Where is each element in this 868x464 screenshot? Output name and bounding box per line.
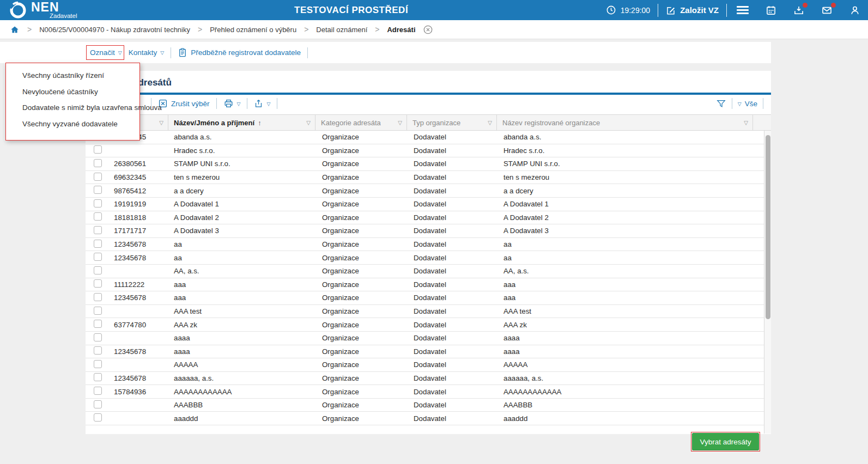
inbox-download-icon[interactable] — [793, 5, 804, 16]
table-row[interactable]: 12345678 aa Organizace Dodavatel aa — [86, 238, 764, 252]
cell-name: a a dcery — [168, 187, 315, 195]
column-filter-icon[interactable]: ▽ — [159, 120, 163, 126]
cell-category: Organizace — [315, 267, 407, 275]
header-name-column[interactable]: Název/Jméno a příjmení↑ ▽ — [168, 115, 315, 130]
table-row[interactable]: 26380561 STAMP UNI s.r.o. Organizace Dod… — [86, 157, 764, 171]
cell-category: Organizace — [315, 361, 407, 369]
column-filter-icon[interactable]: ▽ — [306, 120, 311, 126]
table-row[interactable]: 12345678 aa Organizace Dodavatel aa — [86, 251, 764, 265]
menu-item[interactable]: Všechny vyzvané dodavatele — [6, 116, 139, 132]
cell-category: Organizace — [315, 307, 407, 315]
filter-funnel-icon[interactable] — [716, 99, 726, 109]
row-checkbox[interactable] — [94, 307, 102, 315]
export-button[interactable]: ▽ — [254, 99, 270, 108]
contacts-menu-button[interactable]: Kontakty ▽ — [129, 48, 164, 57]
row-checkbox[interactable] — [94, 400, 102, 408]
header-orgtype-column[interactable]: Typ organizace ▽ — [407, 115, 497, 130]
row-checkbox[interactable] — [94, 253, 102, 261]
calendar-icon[interactable] — [766, 5, 776, 16]
cell-name: aaaa — [168, 347, 315, 356]
table-row[interactable]: 63774780 AAA zk Organizace Dodavatel AAA… — [86, 318, 764, 332]
table-row[interactable]: AAA test Organizace Dodavatel AAA test — [86, 305, 764, 319]
vertical-scrollbar[interactable] — [764, 131, 771, 434]
row-checkbox[interactable] — [94, 266, 102, 274]
column-filter-icon[interactable]: ▽ — [744, 120, 748, 126]
row-checkbox[interactable] — [94, 360, 102, 368]
table-row[interactable]: AAAAA Organizace Dodavatel AAAAA — [86, 358, 764, 372]
breadcrumb-item-detail[interactable]: Detail oznámení — [316, 26, 367, 34]
table-row[interactable]: Hradec s.r.o. Organizace Dodavatel Hrade… — [86, 144, 764, 158]
cell-orgtype: Dodavatel — [407, 254, 497, 262]
column-filter-icon[interactable]: ▽ — [488, 120, 492, 126]
top-bar: NEN Zadavatel TESTOVACÍ PROSTŘEDÍ 19:29:… — [0, 0, 868, 20]
table-row[interactable]: aaaa Organizace Dodavatel aaaa — [86, 332, 764, 345]
cell-orgtype: Dodavatel — [407, 388, 497, 396]
row-checkbox[interactable] — [94, 240, 102, 248]
row-checkbox[interactable] — [94, 320, 102, 328]
row-checkbox[interactable] — [94, 373, 102, 381]
row-checkbox[interactable] — [94, 346, 102, 355]
row-checkbox[interactable] — [94, 173, 102, 181]
home-icon[interactable] — [10, 25, 20, 34]
mark-menu-button[interactable]: Označit ▽ — [90, 48, 122, 57]
table-row[interactable]: 12123345 abanda a.s. Organizace Dodavate… — [86, 131, 764, 144]
table-row[interactable]: 69632345 ten s mezerou Organizace Dodava… — [86, 171, 764, 185]
brand[interactable]: NEN Zadavatel — [9, 1, 77, 20]
environment-title: TESTOVACÍ PROSTŘEDÍ — [294, 5, 408, 16]
select-addressees-button[interactable]: Vybrat adresáty — [692, 433, 759, 450]
row-checkbox[interactable] — [94, 199, 102, 207]
preregister-supplier-button[interactable]: Předběžně registrovat dodavatele — [178, 47, 301, 58]
breadcrumb-item-overview[interactable]: Přehled oznámení o výběru — [210, 26, 296, 34]
table-row[interactable]: 12345678 aaa Organizace Dodavatel aaa — [86, 291, 764, 305]
cell-orgtype: Dodavatel — [407, 321, 497, 329]
cell-regname: a a dcery — [497, 187, 764, 195]
cell-orgtype: Dodavatel — [407, 307, 497, 315]
table-row[interactable]: 15784936 AAAAAAAAAAAA Organizace Dodavat… — [86, 385, 764, 399]
breadcrumb-item-contract[interactable]: N006/25/V00004970 - Nákup zdravotní tech… — [39, 26, 190, 34]
cell-orgtype: Dodavatel — [407, 347, 497, 356]
row-checkbox[interactable] — [94, 279, 102, 288]
table-row[interactable]: AAABBB Organizace Dodavatel AAABBB — [86, 399, 764, 412]
table-row[interactable]: 98765412 a a dcery Organizace Dodavatel … — [86, 184, 764, 198]
cell-name: aa — [168, 254, 315, 262]
row-checkbox[interactable] — [94, 226, 102, 234]
header-category-column[interactable]: Kategorie adresáta ▽ — [315, 115, 407, 130]
table-row[interactable]: AA, a.s. Organizace Dodavatel AA, a.s. — [86, 265, 764, 278]
cell-name: AAA zk — [168, 321, 315, 329]
mail-icon[interactable] — [821, 5, 833, 16]
row-checkbox[interactable] — [94, 186, 102, 194]
cell-orgtype: Dodavatel — [407, 173, 497, 181]
table-row[interactable]: 11112222 aaa Organizace Dodavatel aaa — [86, 278, 764, 292]
row-checkbox[interactable] — [94, 293, 102, 301]
row-checkbox[interactable] — [94, 413, 102, 422]
table-row[interactable]: 12345678 aaaaaa, a.s. Organizace Dodavat… — [86, 372, 764, 386]
header-regname-column[interactable]: Název registrované organizace ▽ — [497, 115, 753, 130]
print-button[interactable]: ▽ — [223, 99, 241, 108]
menu-item[interactable]: Nevyloučené účastníky — [6, 84, 139, 100]
notification-badge — [831, 3, 836, 8]
breadcrumb-separator: > — [27, 25, 32, 34]
table-row[interactable]: 17171717 A Dodavatel 3 Organizace Dodava… — [86, 224, 764, 238]
menu-icon[interactable] — [737, 4, 749, 16]
table-row[interactable]: 19191919 A Dodavatel 1 Organizace Dodava… — [86, 198, 764, 211]
row-checkbox[interactable] — [94, 145, 102, 154]
user-icon[interactable] — [849, 5, 860, 16]
table-row[interactable]: 12345678 aaaa Organizace Dodavatel aaaa — [86, 345, 764, 359]
filter-preset-dropdown[interactable]: ▽ Vše — [738, 100, 757, 108]
clear-selection-label: Zrušit výběr — [171, 100, 210, 108]
scrollbar-thumb[interactable] — [766, 135, 770, 319]
cell-name: aaaaaa, a.s. — [168, 374, 315, 382]
menu-item[interactable]: Dodavatele s nimiž byla uzavřena smlouva — [6, 100, 139, 116]
close-circle-icon[interactable] — [423, 25, 433, 34]
create-vz-button[interactable]: Založit VZ — [666, 5, 719, 15]
row-checkbox[interactable] — [94, 159, 102, 167]
row-checkbox[interactable] — [94, 333, 102, 341]
column-filter-icon[interactable]: ▽ — [398, 120, 402, 126]
table-row[interactable]: aaaddd Organizace Dodavatel aaaddd — [86, 412, 764, 425]
menu-item[interactable]: Všechny účastníky řízení — [6, 68, 139, 84]
cell-regname: STAMP UNI s.r.o. — [497, 160, 764, 168]
row-checkbox[interactable] — [94, 387, 102, 395]
clear-selection-button[interactable]: Zrušit výběr — [158, 99, 210, 108]
row-checkbox[interactable] — [94, 212, 102, 221]
table-row[interactable]: 18181818 A Dodavatel 2 Organizace Dodava… — [86, 211, 764, 225]
